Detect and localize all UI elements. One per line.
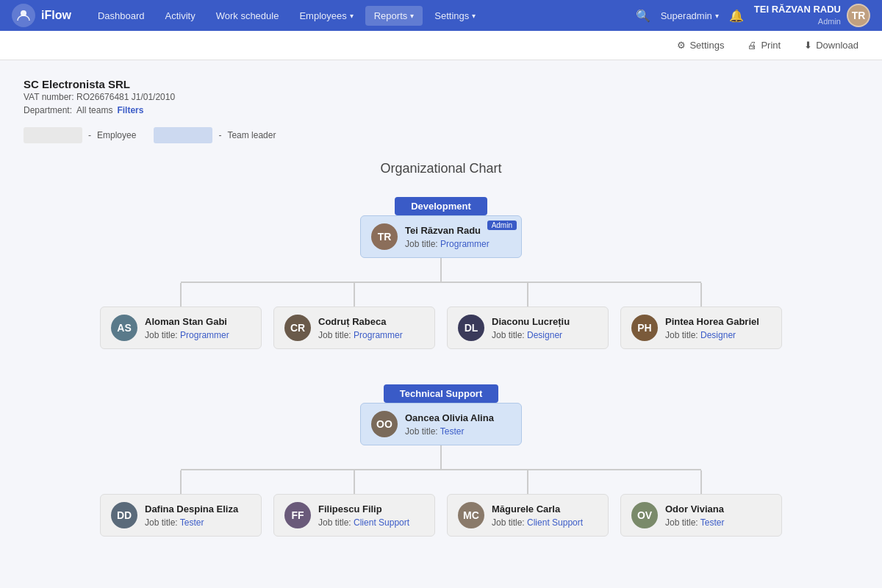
avatar[interactable]: TR <box>847 4 870 27</box>
child-info: Codruț RabecaJob title: Programmer <box>318 316 403 340</box>
child-job: Job title: Tester <box>145 517 238 528</box>
child-info: Pintea Horea GabrielJob title: Designer <box>665 316 759 340</box>
admin-badge: Admin <box>487 220 517 230</box>
child-node[interactable]: MCMăgurele CarlaJob title: Client Suppor… <box>447 494 609 537</box>
child-node[interactable]: OVOdor VivianaJob title: Tester <box>620 494 782 537</box>
settings-button[interactable]: ⚙ Settings <box>671 37 730 54</box>
child-node[interactable]: FFFilipescu FilipJob title: Client Suppo… <box>273 494 435 537</box>
job-value: Client Support <box>527 517 583 528</box>
root-node-wrapper: OOOancea Olivia AlinaJob title: Tester <box>360 403 522 445</box>
children-row: DDDafina Despina ElizaJob title: TesterF… <box>100 470 782 537</box>
print-button[interactable]: 🖨 Print <box>742 37 786 54</box>
org-tree: AdminTRTei Răzvan RaduJob title: Program… <box>24 215 858 349</box>
child-node[interactable]: DLDiaconu LucrețiuJob title: Designer <box>447 306 609 349</box>
app-logo[interactable]: iFlow <box>12 4 71 27</box>
child-node-inner: DDDafina Despina ElizaJob title: Tester <box>111 502 251 528</box>
print-icon: 🖨 <box>747 40 757 51</box>
notification-bell-icon[interactable]: 🔔 <box>729 9 744 23</box>
dept-label-wrapper: Development <box>24 197 858 215</box>
company-name: SC Electronista SRL <box>24 78 858 90</box>
child-name: Filipescu Filip <box>318 503 409 514</box>
child-node-col: MCMăgurele CarlaJob title: Client Suppor… <box>447 470 609 537</box>
child-node-inner: FFFilipescu FilipJob title: Client Suppo… <box>284 502 424 528</box>
nav-reports[interactable]: Reports ▾ <box>365 6 423 26</box>
avatar: OO <box>371 411 398 437</box>
node-info: Oancea Olivia AlinaJob title: Tester <box>405 412 494 437</box>
logo-text: iFlow <box>41 9 71 22</box>
user-text: TEI RĂZVAN RADU Admin <box>754 4 841 26</box>
superadmin-menu[interactable]: Superadmin ▾ <box>661 10 719 21</box>
job-value: Designer <box>527 330 562 340</box>
team-leader-legend-label: - <box>218 130 221 140</box>
job-value: Programmer <box>354 330 403 340</box>
employees-chevron-icon: ▾ <box>350 12 354 20</box>
nav-right: 🔍 Superadmin ▾ 🔔 TEI RĂZVAN RADU Admin T… <box>636 4 870 27</box>
child-info: Filipescu FilipJob title: Client Support <box>318 503 409 528</box>
nav-activity[interactable]: Activity <box>157 6 204 26</box>
vertical-connector <box>700 283 702 306</box>
nav-employees[interactable]: Employees ▾ <box>290 6 362 26</box>
user-info: TEI RĂZVAN RADU Admin TR <box>754 4 870 27</box>
node-job: Job title: Tester <box>405 426 494 437</box>
job-value: Designer <box>700 330 736 340</box>
child-node-inner: MCMăgurele CarlaJob title: Client Suppor… <box>458 502 598 528</box>
team-leader-legend-box <box>154 127 212 143</box>
child-node[interactable]: ASAloman Stan GabiJob title: Programmer <box>100 306 262 349</box>
legend-team-leader: - Team leader <box>154 127 276 143</box>
vertical-connector <box>700 470 702 494</box>
child-job: Job title: Client Support <box>318 517 409 528</box>
download-button[interactable]: ⬇ Download <box>798 37 864 54</box>
nav-items: Dashboard Activity Work schedule Employe… <box>89 6 636 26</box>
filters-link[interactable]: Filters <box>117 105 143 115</box>
child-node-col: DLDiaconu LucrețiuJob title: Designer <box>447 283 609 349</box>
child-node[interactable]: CRCodruț RabecaJob title: Programmer <box>273 306 435 349</box>
child-info: Diaconu LucrețiuJob title: Designer <box>492 316 570 340</box>
children-wrapper: DDDafina Despina ElizaJob title: TesterF… <box>100 469 782 537</box>
nav-settings[interactable]: Settings ▾ <box>426 6 484 26</box>
avatar: CR <box>284 315 311 341</box>
child-job: Job title: Client Support <box>492 517 583 528</box>
legend-employee: - Employee <box>24 127 136 143</box>
department-label: Department: <box>24 105 72 115</box>
avatar: TR <box>371 223 398 250</box>
settings-chevron-icon: ▾ <box>472 12 476 20</box>
child-name: Diaconu Lucrețiu <box>492 316 570 327</box>
child-name: Odor Viviana <box>665 503 725 514</box>
job-value: Programmer <box>440 239 490 249</box>
child-node-col: FFFilipescu FilipJob title: Client Suppo… <box>273 470 435 537</box>
search-icon[interactable]: 🔍 <box>636 9 650 23</box>
vertical-connector <box>527 283 528 306</box>
child-node-inner: ASAloman Stan GabiJob title: Programmer <box>111 315 251 341</box>
avatar: AS <box>111 315 137 341</box>
child-node[interactable]: DDDafina Despina ElizaJob title: Tester <box>100 494 262 537</box>
child-job: Job title: Programmer <box>145 330 229 340</box>
avatar: DD <box>111 502 137 528</box>
legend: - Employee - Team leader <box>24 127 858 143</box>
avatar: MC <box>458 502 484 528</box>
toolbar: ⚙ Settings 🖨 Print ⬇ Download <box>0 31 882 60</box>
job-value: Tester <box>440 426 465 437</box>
children-row: ASAloman Stan GabiJob title: ProgrammerC… <box>100 283 782 349</box>
root-node[interactable]: AdminTRTei Răzvan RaduJob title: Program… <box>360 215 522 258</box>
child-node[interactable]: PHPintea Horea GabrielJob title: Designe… <box>620 306 782 349</box>
vertical-connector <box>354 283 355 306</box>
node-name: Tei Răzvan Radu <box>405 225 490 236</box>
vertical-connector <box>354 470 355 494</box>
employee-legend-label: - <box>88 130 91 140</box>
company-vat: VAT number: RO26676481 J1/01/2010 <box>24 92 858 102</box>
child-node-col: PHPintea Horea GabrielJob title: Designe… <box>620 283 782 349</box>
root-node[interactable]: OOOancea Olivia AlinaJob title: Tester <box>360 403 522 445</box>
avatar: DL <box>458 315 484 341</box>
job-value: Client Support <box>354 517 409 528</box>
root-node-wrapper: AdminTRTei Răzvan RaduJob title: Program… <box>360 215 522 258</box>
child-node-inner: DLDiaconu LucrețiuJob title: Designer <box>458 315 598 341</box>
child-info: Dafina Despina ElizaJob title: Tester <box>145 503 238 528</box>
nav-dashboard[interactable]: Dashboard <box>89 6 154 26</box>
avatar: FF <box>284 502 311 528</box>
all-teams-label: All teams <box>76 105 112 115</box>
nav-work-schedule[interactable]: Work schedule <box>207 6 288 26</box>
child-info: Măgurele CarlaJob title: Client Support <box>492 503 583 528</box>
org-tree: OOOancea Olivia AlinaJob title: TesterDD… <box>24 403 858 537</box>
company-header: SC Electronista SRL VAT number: RO266764… <box>24 78 858 115</box>
vertical-connector <box>180 283 182 306</box>
